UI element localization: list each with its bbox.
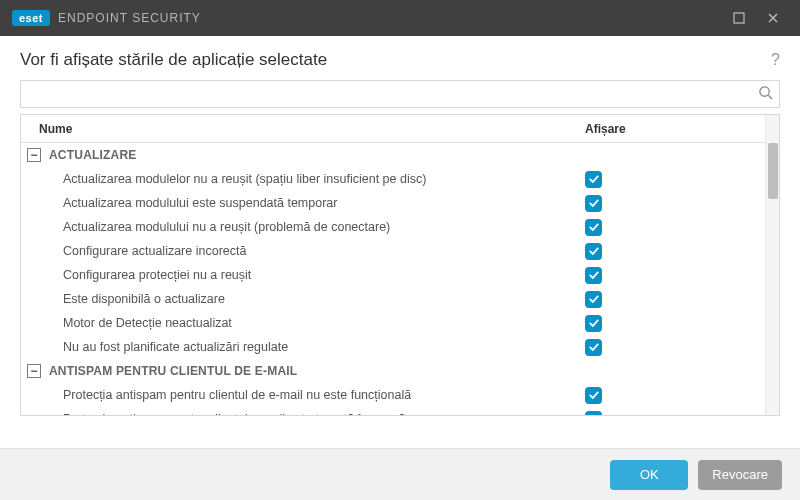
product-name: ENDPOINT SECURITY	[58, 11, 201, 25]
scrollbar-thumb[interactable]	[768, 143, 778, 199]
group-header[interactable]: ANTISPAM PENTRU CLIENTUL DE E-MAIL	[21, 359, 765, 383]
scrollbar[interactable]	[765, 115, 779, 415]
group-header[interactable]: ACTUALIZARE	[21, 143, 765, 167]
collapse-toggle[interactable]	[27, 148, 41, 162]
table-row[interactable]: Protecția antispam pentru clientul de e-…	[21, 383, 765, 407]
table-row[interactable]: Actualizarea modulelor nu a reușit (spaț…	[21, 167, 765, 191]
states-table: Nume Afișare ACTUALIZAREActualizarea mod…	[20, 114, 780, 416]
svg-point-1	[760, 86, 769, 95]
search-field-wrap	[20, 80, 780, 108]
cancel-button[interactable]: Revocare	[698, 460, 782, 490]
page-title: Vor fi afișate stările de aplicație sele…	[20, 50, 327, 70]
close-button[interactable]	[756, 0, 790, 36]
close-icon	[767, 12, 779, 24]
table-row[interactable]: Configurarea protecției nu a reușit	[21, 263, 765, 287]
item-label: Protecția antispam pentru clientul e-mai…	[49, 412, 585, 415]
titlebar: eset ENDPOINT SECURITY	[0, 0, 800, 36]
show-checkbox[interactable]	[585, 411, 602, 416]
item-label: Este disponibilă o actualizare	[49, 292, 585, 306]
item-label: Nu au fost planificate actualizări regul…	[49, 340, 585, 354]
table-row[interactable]: Configurare actualizare incorectă	[21, 239, 765, 263]
group-label: ACTUALIZARE	[49, 148, 585, 162]
table-row[interactable]: Protecția antispam pentru clientul e-mai…	[21, 407, 765, 415]
table-row[interactable]: Motor de Detecție neactualizat	[21, 311, 765, 335]
show-checkbox[interactable]	[585, 243, 602, 260]
brand-badge: eset	[12, 10, 50, 26]
show-checkbox[interactable]	[585, 219, 602, 236]
table-row[interactable]: Este disponibilă o actualizare	[21, 287, 765, 311]
table-row[interactable]: Nu au fost planificate actualizări regul…	[21, 335, 765, 359]
column-header-show[interactable]: Afișare	[585, 122, 765, 136]
search-icon[interactable]	[758, 85, 773, 104]
item-label: Configurarea protecției nu a reușit	[49, 268, 585, 282]
show-checkbox[interactable]	[585, 267, 602, 284]
show-checkbox[interactable]	[585, 315, 602, 332]
show-checkbox[interactable]	[585, 387, 602, 404]
ok-button[interactable]: OK	[610, 460, 688, 490]
show-checkbox[interactable]	[585, 171, 602, 188]
column-header-name[interactable]: Nume	[21, 122, 585, 136]
show-checkbox[interactable]	[585, 195, 602, 212]
minimize-button[interactable]	[722, 0, 756, 36]
minimize-icon	[733, 12, 745, 24]
show-checkbox[interactable]	[585, 291, 602, 308]
table-row[interactable]: Actualizarea modulului nu a reușit (prob…	[21, 215, 765, 239]
svg-rect-0	[734, 13, 744, 23]
group-label: ANTISPAM PENTRU CLIENTUL DE E-MAIL	[49, 364, 585, 378]
table-header: Nume Afișare	[21, 115, 765, 143]
item-label: Actualizarea modulului este suspendată t…	[49, 196, 585, 210]
item-label: Actualizarea modulului nu a reușit (prob…	[49, 220, 585, 234]
search-input[interactable]	[29, 81, 758, 107]
item-label: Configurare actualizare incorectă	[49, 244, 585, 258]
show-checkbox[interactable]	[585, 339, 602, 356]
collapse-toggle[interactable]	[27, 364, 41, 378]
dialog-footer: OK Revocare	[0, 448, 800, 500]
help-button[interactable]: ?	[771, 51, 780, 69]
item-label: Protecția antispam pentru clientul de e-…	[49, 388, 585, 402]
table-row[interactable]: Actualizarea modulului este suspendată t…	[21, 191, 765, 215]
dialog-header: Vor fi afișate stările de aplicație sele…	[0, 36, 800, 80]
item-label: Motor de Detecție neactualizat	[49, 316, 585, 330]
item-label: Actualizarea modulelor nu a reușit (spaț…	[49, 172, 585, 186]
